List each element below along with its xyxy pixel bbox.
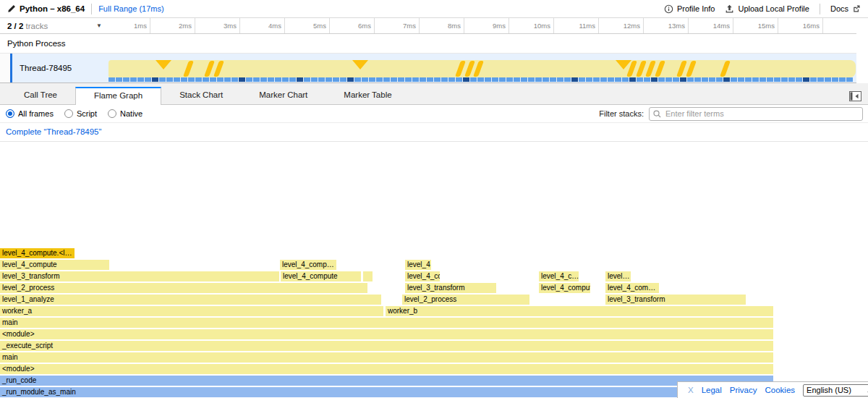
flame-frame[interactable]: <module> — [0, 364, 773, 374]
profile-info-button[interactable]: Profile Info — [664, 4, 715, 14]
sample-segment — [752, 77, 759, 82]
flame-frame[interactable]: level_4_compute — [539, 283, 590, 293]
docs-button[interactable]: Docs — [830, 4, 861, 13]
sample-segment — [767, 77, 773, 82]
flame-frame[interactable]: worker_b — [386, 306, 773, 316]
flame-frame[interactable]: level_2_process — [402, 295, 529, 305]
sample-segment — [188, 77, 195, 82]
language-select[interactable]: English (US) — [803, 384, 868, 397]
sample-segment — [832, 77, 838, 82]
sample-segment — [550, 77, 556, 82]
sample-segment — [506, 77, 513, 82]
sample-segment — [463, 77, 469, 82]
sample-segment — [673, 77, 679, 82]
flame-frame[interactable]: <module> — [0, 329, 773, 339]
sample-segment — [231, 77, 238, 82]
tab-call-tree[interactable]: Call Tree — [6, 87, 75, 104]
filter-input-wrap — [649, 107, 863, 121]
sample-segment — [694, 77, 701, 82]
thread-activity-canvas[interactable] — [109, 54, 856, 82]
flame-frame[interactable]: level… — [605, 271, 631, 281]
flame-frame[interactable]: level_4_comp… — [280, 260, 336, 270]
tab-flame-graph[interactable]: Flame Graph — [75, 87, 161, 105]
flame-graph-canvas[interactable]: level_4_compute.<l…level_4_computelevel_… — [0, 142, 868, 398]
sample-segment — [181, 77, 187, 82]
sample-segment — [434, 77, 441, 82]
flame-frame[interactable]: level_4_co… — [405, 271, 440, 281]
flame-frame[interactable]: level_3_transform — [0, 271, 279, 281]
thread-track: Thread-78495 — [0, 54, 856, 83]
flame-frame[interactable]: level_4… — [405, 260, 431, 270]
flame-frame[interactable]: level_3_transform — [605, 295, 746, 305]
filter-stacks-input[interactable] — [649, 107, 863, 121]
flame-frame[interactable]: level_2_process — [0, 283, 367, 293]
sample-segment — [716, 77, 723, 82]
sample-segment — [542, 77, 549, 82]
tracks-count-value: 2 / 2 — [7, 22, 23, 30]
footer-dismiss-button[interactable]: X — [688, 386, 694, 394]
sample-segment — [760, 77, 766, 82]
upload-profile-button[interactable]: Upload Local Profile — [725, 4, 809, 14]
sample-segment — [456, 77, 462, 82]
sidebar-toggle-icon[interactable] — [849, 91, 861, 103]
sample-segment — [658, 77, 665, 82]
radio-icon-script — [64, 109, 73, 118]
thread-track-label[interactable]: Thread-78495 — [12, 54, 109, 82]
flame-frame[interactable] — [363, 271, 373, 281]
flame-frame[interactable]: level_1_analyze — [0, 295, 381, 305]
tab-stack-chart[interactable]: Stack Chart — [161, 87, 241, 104]
sample-segment — [260, 77, 267, 82]
flame-frame[interactable]: level_4_compute — [281, 271, 361, 281]
tracks-dropdown-icon[interactable]: ▼ — [96, 18, 102, 34]
filter-stacks-group: Filter stacks: — [599, 107, 863, 121]
timeline-ruler[interactable]: 1ms2ms3ms4ms5ms6ms7ms8ms9ms10ms11ms12ms1… — [109, 18, 856, 34]
flame-frame[interactable]: level_4_com… — [605, 283, 659, 293]
flame-frame[interactable]: level_3_transform — [405, 283, 496, 293]
radio-script[interactable]: Script — [64, 109, 97, 118]
sample-segment — [210, 77, 216, 82]
ruler-tick: 3ms — [195, 18, 240, 33]
tracks-count[interactable]: 2 / 2 tracks — [7, 18, 48, 34]
sample-segment — [608, 77, 614, 82]
sample-segment — [680, 77, 686, 82]
legal-link[interactable]: Legal — [702, 386, 722, 394]
full-range-link[interactable]: Full Range (17ms) — [98, 4, 163, 13]
flame-frame[interactable]: _run_code — [0, 376, 773, 386]
tab-marker-table[interactable]: Marker Table — [326, 87, 409, 104]
flame-frame[interactable]: worker_a — [0, 306, 383, 316]
sample-segment — [376, 77, 383, 82]
sample-segment — [731, 77, 737, 82]
flame-frame[interactable]: _run_module_as_main — [0, 387, 773, 397]
track-marker-triangle — [156, 60, 171, 69]
sample-segment — [326, 77, 332, 82]
flame-frame[interactable]: level_4_compute — [0, 260, 109, 270]
radio-all-frames[interactable]: All frames — [6, 109, 54, 118]
sample-segment — [362, 77, 368, 82]
ruler-tick: 8ms — [420, 18, 464, 33]
ruler-tick: 12ms — [599, 18, 644, 33]
flame-frame[interactable]: level_4_c… — [539, 271, 579, 281]
sample-segment — [304, 77, 310, 82]
privacy-link[interactable]: Privacy — [730, 386, 757, 394]
process-track-label[interactable]: Python Process — [0, 34, 856, 54]
sample-segment — [282, 77, 289, 82]
breadcrumb[interactable]: Complete “Thread-78495” — [6, 123, 101, 141]
cookies-link[interactable]: Cookies — [765, 386, 796, 394]
tab-marker-chart[interactable]: Marker Chart — [241, 87, 326, 104]
profile-name-button[interactable]: Python – x86_64 — [7, 4, 85, 13]
sample-segment — [600, 77, 607, 82]
flame-frame[interactable]: main — [0, 318, 773, 328]
sample-segment — [687, 77, 694, 82]
flame-frame[interactable]: _execute_script — [0, 341, 773, 351]
track-marker-triangle — [352, 60, 368, 69]
profile-info-label: Profile Info — [677, 4, 715, 13]
sample-segment — [651, 77, 658, 82]
ruler-tick: 13ms — [644, 18, 689, 33]
radio-native[interactable]: Native — [108, 109, 142, 118]
track-marker-slash — [676, 61, 687, 77]
track-marker-slash — [645, 61, 656, 77]
sample-segment — [246, 77, 252, 82]
flame-frame[interactable]: level_4_compute.<l… — [0, 248, 75, 258]
sample-segment — [166, 77, 173, 82]
flame-frame[interactable]: main — [0, 352, 773, 363]
